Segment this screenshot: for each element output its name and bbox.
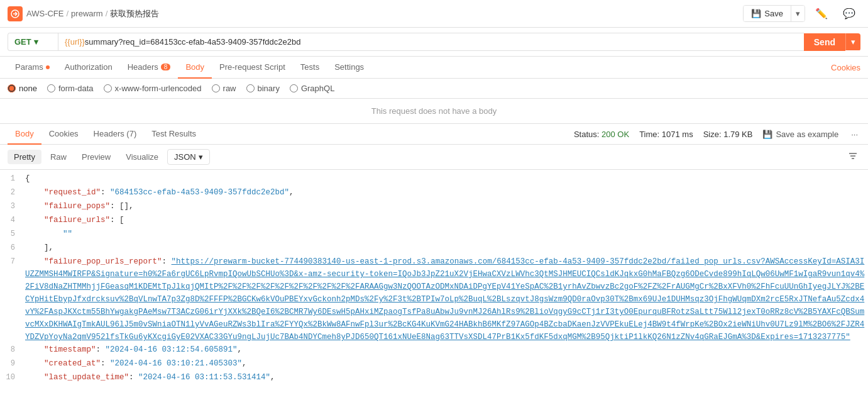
no-body-message: This request does not have a body xyxy=(0,99,868,124)
format-tab-raw[interactable]: Raw xyxy=(44,150,73,164)
line-content-7[interactable]: "failure_pop_urls_report": "https://prew… xyxy=(25,255,868,343)
line-content-6: ], xyxy=(25,242,868,254)
body-option-graphql[interactable]: GraphQL xyxy=(290,84,334,93)
json-viewer: 1{2 "request_id": "684153cc-efab-4a53-94… xyxy=(0,170,868,387)
breadcrumb-part1[interactable]: AWS-CFE xyxy=(26,9,63,18)
tab-tests[interactable]: Tests xyxy=(293,57,327,79)
save-button-group: 💾 Save ▾ xyxy=(743,5,805,22)
line-content-10: "last_update_time": "2024-04-16 03:11:53… xyxy=(25,371,868,384)
cookies-link[interactable]: Cookies xyxy=(831,63,860,72)
tab-headers[interactable]: Headers 8 xyxy=(120,57,179,79)
top-bar: AWS-CFE / prewarm / 获取预热报告 💾 Save ▾ ✏️ 💬 xyxy=(0,0,868,28)
response-tab-body-label: Body xyxy=(15,129,34,138)
format-select[interactable]: JSON ▾ xyxy=(167,149,210,165)
body-options: none form-data x-www-form-urlencoded raw… xyxy=(0,79,868,99)
save-button[interactable]: 💾 Save xyxy=(744,6,791,21)
tab-authorization-label: Authorization xyxy=(65,62,113,72)
save-dropdown-arrow[interactable]: ▾ xyxy=(791,6,805,21)
filter-button[interactable] xyxy=(845,148,860,165)
json-line-1: 1{ xyxy=(0,172,868,186)
line-number-3: 3 xyxy=(5,200,25,213)
top-bar-right: 💾 Save ▾ ✏️ 💬 xyxy=(743,4,860,23)
app-logo xyxy=(8,6,23,21)
send-button-group: Send ▾ xyxy=(804,33,860,51)
tab-settings[interactable]: Settings xyxy=(327,57,371,79)
format-tab-preview[interactable]: Preview xyxy=(75,150,117,164)
body-option-form-data[interactable]: form-data xyxy=(47,84,94,93)
breadcrumb-current: 获取预热报告 xyxy=(110,8,159,19)
line-content-1: { xyxy=(25,172,868,185)
save-icon: 💾 xyxy=(751,9,761,18)
json-line-11: 11 "status": "FINISHED" xyxy=(0,385,868,387)
json-line-3: 3 "failure_pops": [], xyxy=(0,200,868,214)
line-number-11: 11 xyxy=(5,385,25,387)
tab-headers-label: Headers xyxy=(128,62,158,72)
body-option-none[interactable]: none xyxy=(8,84,37,93)
breadcrumb-sep2: / xyxy=(106,9,108,18)
line-content-5: "" xyxy=(25,228,868,240)
response-tab-test-results[interactable]: Test Results xyxy=(144,124,204,145)
response-tab-nav: Body Cookies Headers (7) Test Results St… xyxy=(0,124,868,145)
body-option-urlencoded-label: x-www-form-urlencoded xyxy=(115,84,202,93)
status-badge: Status: 200 OK xyxy=(574,130,629,139)
more-options-button[interactable]: ··· xyxy=(849,130,860,139)
format-tab-pretty[interactable]: Pretty xyxy=(8,150,41,164)
tab-body[interactable]: Body xyxy=(178,57,212,79)
line-content-11: "status": "FINISHED" xyxy=(25,385,868,387)
body-option-binary-label: binary xyxy=(258,84,280,93)
send-dropdown-arrow[interactable]: ▾ xyxy=(845,33,860,50)
save-label: Save xyxy=(764,9,783,18)
method-select[interactable]: GET ▾ xyxy=(8,33,58,51)
tab-params-label: Params xyxy=(15,62,43,72)
json-line-7: 7 "failure_pop_urls_report": "https://pr… xyxy=(0,255,868,343)
save-example-label: Save as example xyxy=(776,130,838,139)
url-var-part: {{url}} xyxy=(65,37,85,47)
format-tab-visualize[interactable]: Visualize xyxy=(119,150,165,164)
body-option-none-label: none xyxy=(19,84,37,93)
tab-settings-label: Settings xyxy=(334,62,364,72)
tab-pre-request[interactable]: Pre-request Script xyxy=(212,57,293,79)
url-bar: GET ▾ {{url}}summary?req_id=684153cc-efa… xyxy=(0,28,868,57)
body-option-raw-radio[interactable] xyxy=(212,84,220,92)
send-button[interactable]: Send xyxy=(804,33,845,51)
body-option-binary-radio[interactable] xyxy=(246,84,255,92)
body-option-urlencoded-radio[interactable] xyxy=(104,84,112,92)
line-content-2: "request_id": "684153cc-efab-4a53-9409-3… xyxy=(25,186,868,199)
response-tab-body[interactable]: Body xyxy=(8,124,41,145)
json-line-2: 2 "request_id": "684153cc-efab-4a53-9409… xyxy=(0,186,868,200)
body-option-urlencoded[interactable]: x-www-form-urlencoded xyxy=(104,84,202,93)
response-tab-headers[interactable]: Headers (7) xyxy=(86,124,145,145)
save-example-icon: 💾 xyxy=(762,130,772,139)
save-example-button[interactable]: 💾 Save as example xyxy=(762,130,838,139)
breadcrumb-part2[interactable]: prewarm xyxy=(71,9,103,18)
body-option-form-data-label: form-data xyxy=(58,84,94,93)
json-line-9: 9 "created_at": "2024-04-16 03:10:21.405… xyxy=(0,357,868,371)
line-number-2: 2 xyxy=(5,186,25,199)
comment-button[interactable]: 💬 xyxy=(838,4,860,23)
body-option-raw[interactable]: raw xyxy=(212,84,236,93)
body-option-none-radio[interactable] xyxy=(8,84,16,92)
headers-badge: 8 xyxy=(161,64,171,70)
line-content-9: "created_at": "2024-04-16 03:10:21.40530… xyxy=(25,357,868,370)
edit-button[interactable]: ✏️ xyxy=(810,4,833,23)
tab-authorization[interactable]: Authorization xyxy=(57,57,120,79)
body-option-form-data-radio[interactable] xyxy=(47,84,55,92)
tab-params[interactable]: Params xyxy=(8,57,57,79)
line-number-10: 10 xyxy=(5,371,25,384)
body-option-binary[interactable]: binary xyxy=(246,84,280,93)
response-tab-cookies[interactable]: Cookies xyxy=(41,124,86,145)
format-nav: Pretty Raw Preview Visualize JSON ▾ xyxy=(0,145,868,170)
url-input[interactable]: {{url}}summary?req_id=684153cc-efab-4a53… xyxy=(58,33,804,51)
format-select-arrow: ▾ xyxy=(199,152,203,162)
json-line-4: 4 "failure_urls": [ xyxy=(0,214,868,228)
body-option-graphql-radio[interactable] xyxy=(290,84,298,92)
top-bar-left: AWS-CFE / prewarm / 获取预热报告 xyxy=(8,6,159,21)
format-tab-visualize-label: Visualize xyxy=(126,152,158,162)
line-number-9: 9 xyxy=(5,357,25,370)
request-tab-nav: Params Authorization Headers 8 Body Pre-… xyxy=(0,57,868,79)
body-option-raw-label: raw xyxy=(223,84,236,93)
json-line-5: 5 "" xyxy=(0,228,868,242)
breadcrumb-sep1: / xyxy=(66,9,69,18)
cookies-link-label: Cookies xyxy=(831,63,860,72)
line-number-8: 8 xyxy=(5,343,25,356)
